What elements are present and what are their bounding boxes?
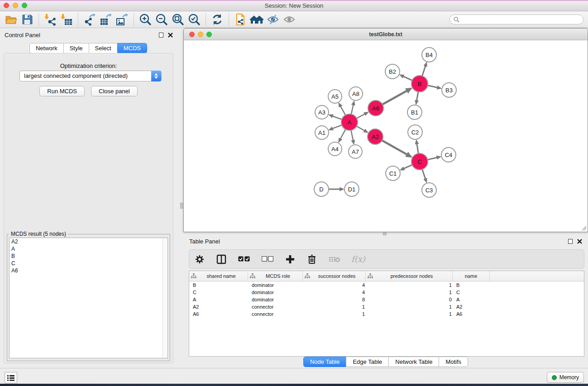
graph-node-label: A5: [331, 93, 339, 100]
select-all-rows-button[interactable]: [237, 252, 251, 267]
float-panel-icon[interactable]: [159, 33, 163, 38]
export-network-button[interactable]: [81, 12, 98, 27]
edge-C-C1[interactable]: [404, 165, 413, 169]
tab-select[interactable]: Select: [89, 43, 118, 53]
network-from-file-button[interactable]: [232, 12, 249, 27]
save-session-button[interactable]: [19, 12, 35, 27]
zoom-fit-button[interactable]: [170, 12, 186, 27]
vertical-splitter-grip[interactable]: [180, 203, 183, 209]
export-table-button[interactable]: [98, 12, 114, 27]
edge-A-A8[interactable]: [351, 105, 354, 114]
task-history-button[interactable]: [5, 372, 17, 383]
table-row[interactable]: A2connector11A2: [189, 303, 584, 310]
apply-layout-button[interactable]: [209, 12, 225, 27]
float-table-panel-icon[interactable]: [568, 239, 573, 244]
zoom-in-button[interactable]: [137, 12, 153, 27]
mcds-result-item[interactable]: A2: [10, 238, 167, 245]
zoom-selected-button[interactable]: [186, 12, 202, 27]
import-table-button[interactable]: [58, 12, 75, 27]
mcds-result-item[interactable]: B: [10, 253, 167, 260]
columns-icon: [216, 254, 226, 264]
run-mcds-button[interactable]: Run MCDS: [39, 86, 85, 96]
close-table-panel-icon[interactable]: [577, 239, 582, 244]
edge-C-C2[interactable]: [417, 144, 418, 154]
network-window-titlebar[interactable]: testGlobe.txt: [184, 29, 588, 40]
show-graphics-details-button[interactable]: [281, 12, 297, 27]
edge-A-A5[interactable]: [340, 106, 345, 115]
document-network-icon: [234, 13, 247, 26]
tab-network-table[interactable]: Network Table: [388, 357, 439, 367]
column-header-name[interactable]: name: [453, 271, 490, 281]
tab-style[interactable]: Style: [63, 43, 89, 53]
column-type-icon: [250, 273, 255, 279]
unchecked-boxes-icon: [262, 256, 273, 262]
tab-network[interactable]: Network: [29, 43, 64, 53]
table-settings-button[interactable]: [194, 252, 206, 267]
graph-node-label: B4: [425, 52, 433, 58]
edge-A6-B[interactable]: [382, 91, 407, 105]
edge-A-A1[interactable]: [332, 125, 342, 129]
memory-button[interactable]: Memory: [547, 372, 584, 383]
edge-C-C3[interactable]: [422, 169, 425, 179]
memory-status-icon: [552, 375, 557, 380]
hide-graphics-details-button[interactable]: [265, 12, 281, 27]
close-panel-button[interactable]: Close panel: [91, 86, 138, 96]
edge-A-A2[interactable]: [356, 126, 365, 130]
create-column-button[interactable]: [284, 252, 296, 267]
criterion-dropdown[interactable]: largest connected component (directed): [19, 71, 162, 81]
edge-B-B1[interactable]: [416, 91, 418, 101]
table-row[interactable]: Cdominator41C: [189, 289, 584, 296]
table-row[interactable]: Adominator80A: [189, 296, 584, 303]
edge-A2-C[interactable]: [382, 140, 407, 155]
tab-edge-table[interactable]: Edge Table: [346, 357, 389, 367]
deselect-all-rows-button[interactable]: [261, 252, 274, 267]
edge-B-B3[interactable]: [427, 86, 438, 88]
table-row[interactable]: A6connector11A6: [189, 310, 584, 318]
column-header-predecessor-nodes[interactable]: predecessor nodes: [366, 271, 453, 281]
tab-mcds[interactable]: MCDS: [117, 43, 147, 53]
edge-B-B4[interactable]: [422, 66, 425, 76]
zoom-out-button[interactable]: [153, 12, 170, 27]
mcds-result-item[interactable]: C: [10, 260, 167, 267]
search-input[interactable]: [462, 16, 579, 23]
export-network-icon: [83, 13, 96, 26]
network-canvas[interactable]: B4B2BB3B1A5A8A6A3AA1A2A4A7C2C4CC1C3DD1: [184, 40, 588, 232]
export-image-button[interactable]: [114, 12, 130, 27]
table-row[interactable]: Bdominator41B: [189, 281, 584, 289]
control-panel-tabs: Network Style Select MCDS: [0, 43, 177, 53]
edge-A-A7[interactable]: [351, 130, 353, 141]
resize-handle-icon[interactable]: [581, 225, 587, 231]
mcds-result-item[interactable]: A: [10, 245, 167, 253]
cell-MCDS-role: dominator: [248, 282, 303, 288]
mcds-result-item[interactable]: A6: [10, 267, 167, 274]
home-networks-button[interactable]: [249, 12, 265, 27]
plus-icon: [286, 255, 295, 264]
eye-slash-icon: [267, 13, 279, 26]
column-header-shared-name[interactable]: shared name: [189, 271, 248, 281]
edge-C-C4[interactable]: [427, 157, 437, 160]
search-field[interactable]: [449, 14, 583, 24]
result-scrollbar[interactable]: [163, 238, 167, 358]
open-folder-icon: [5, 13, 17, 26]
column-header-MCDS-role[interactable]: MCDS role: [248, 271, 303, 281]
delete-column-button[interactable]: [306, 252, 318, 267]
edge-A-A3[interactable]: [333, 116, 342, 119]
cell-successor-nodes: 4: [303, 290, 366, 295]
edge-A-A6[interactable]: [356, 114, 365, 119]
cell-shared-name: C: [189, 290, 248, 295]
show-columns-button[interactable]: [215, 252, 227, 267]
zoom-fit-icon: [171, 13, 185, 26]
close-panel-icon[interactable]: [168, 33, 173, 38]
tab-motifs[interactable]: Motifs: [439, 357, 468, 367]
cell-successor-nodes: 4: [303, 282, 366, 288]
mcds-result-list[interactable]: A2ABCA6: [9, 238, 168, 358]
tab-node-table[interactable]: Node Table: [303, 357, 347, 367]
column-header-successor-nodes[interactable]: successor nodes: [303, 271, 366, 281]
open-session-button[interactable]: [3, 12, 19, 27]
search-icon: [454, 17, 459, 23]
edge-A-A4[interactable]: [340, 129, 346, 139]
edge-B-B2[interactable]: [403, 76, 413, 81]
import-network-button[interactable]: [42, 12, 58, 27]
save-floppy-icon: [21, 13, 33, 26]
toolbar-separator: [38, 13, 39, 26]
